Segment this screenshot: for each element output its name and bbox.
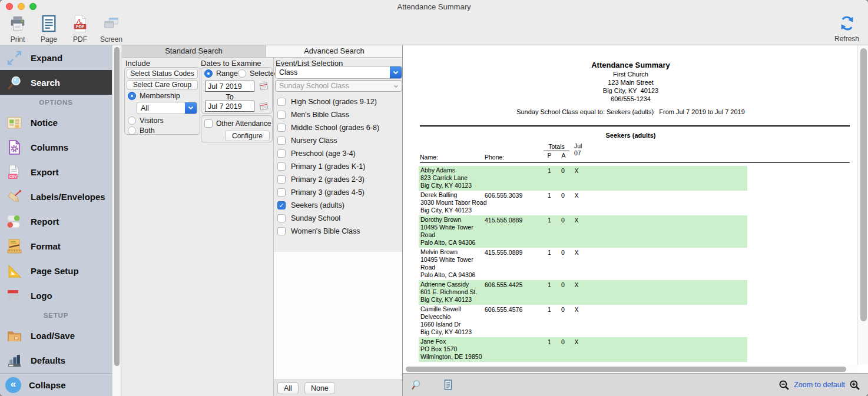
other-attendance-checkbox[interactable]: ✓ (204, 119, 213, 128)
select-none-button[interactable]: None (304, 382, 335, 394)
class-checkbox[interactable]: ✓ (277, 175, 286, 184)
pdf-button[interactable]: PDF PDF (67, 15, 93, 44)
absent-count: 0 (557, 217, 569, 224)
class-checkbox-row[interactable]: ✓ Seekers (adults) (276, 199, 400, 212)
attendee-phone: 606.555.3039 (485, 192, 522, 199)
window-title: Attendance Summary (0, 2, 868, 11)
print-button[interactable]: Print (5, 15, 31, 44)
sidebar-item-load-save[interactable]: Load/Save (0, 323, 112, 348)
sidebar-item-report[interactable]: Report (0, 209, 112, 234)
membership-radio[interactable]: Membership (128, 92, 180, 100)
class-checkbox[interactable]: ✓ (277, 137, 286, 145)
preview-vertical-scrollbar[interactable] (857, 45, 868, 365)
logo-icon (6, 288, 22, 304)
class-checkbox[interactable]: ✓ (277, 162, 286, 171)
present-count: 1 (544, 281, 555, 289)
range-radio[interactable]: Range (204, 69, 238, 78)
class-checkbox[interactable]: ✓ (277, 227, 286, 235)
select-care-group-button[interactable]: Select Care Group (127, 80, 198, 90)
preview-horizontal-scrollbar[interactable] (403, 365, 857, 373)
class-checkbox-row[interactable]: ✓ Men's Bible Class (276, 108, 400, 121)
membership-radio-control[interactable] (128, 92, 136, 100)
sidebar-item-columns[interactable]: Columns (0, 135, 112, 159)
sidebar-item-export[interactable]: CSV Export (0, 159, 112, 184)
range-radio-control[interactable] (204, 69, 213, 78)
sidebar-item-logo[interactable]: Logo (0, 283, 112, 308)
sidebar-scrollbar-thumb[interactable] (114, 47, 120, 366)
class-checkbox[interactable]: ✓ (277, 188, 286, 197)
configure-button[interactable]: Configure (225, 131, 270, 141)
class-checkbox-row[interactable]: ✓ Primary 2 (grades 2-3) (276, 173, 400, 186)
sidebar-item-search[interactable]: Search (0, 70, 112, 95)
class-checkbox-row[interactable]: ✓ Preschool (age 3-4) (276, 147, 400, 160)
present-count: 1 (544, 306, 555, 314)
date-from-input[interactable] (205, 81, 254, 92)
sidebar-item-label: Columns (31, 142, 68, 152)
class-checkbox[interactable]: ✓ (277, 98, 286, 106)
chevron-down-icon (393, 83, 402, 89)
class-checkbox[interactable]: ✓ (277, 149, 286, 158)
tab-standard-search[interactable]: Standard Search (122, 45, 266, 57)
class-checkbox-row[interactable]: ✓ Primary 1 (grades K-1) (276, 160, 400, 173)
sidebar-item-notice[interactable]: Notice (0, 110, 112, 135)
selected-radio[interactable]: Selected (238, 69, 279, 78)
sidebar-item-label: Logo (31, 291, 52, 301)
attendance-row: Camille SewellDelvecchio1660 Island DrBi… (419, 305, 747, 337)
preview-horizontal-scrollbar-thumb[interactable] (406, 367, 846, 372)
empty-selection-area (274, 252, 402, 380)
sidebar-item-expand[interactable]: Expand (0, 45, 112, 70)
date-picker-icon[interactable] (259, 82, 269, 91)
tab-advanced-search[interactable]: Advanced Search (266, 45, 402, 57)
event-type-dropdown[interactable]: Class (275, 66, 402, 79)
zoom-in-icon[interactable] (849, 380, 860, 391)
both-radio-label: Both (140, 127, 155, 135)
class-checkbox[interactable]: ✓ (277, 111, 286, 119)
screen-button[interactable]: Screen (98, 15, 124, 44)
class-checkbox-row[interactable]: ✓ Middle School (grades 6-8) (276, 121, 400, 134)
class-checkbox[interactable]: ✓ (277, 124, 286, 132)
other-attendance-group: ✓ Other Attendance Configure (201, 115, 273, 142)
present-count: 1 (544, 192, 555, 199)
sidebar-item-labels-envelopes[interactable]: Labels/Envelopes (0, 184, 112, 209)
other-attendance-checkbox-row[interactable]: ✓ Other Attendance (204, 119, 271, 128)
magnifier-tool-icon[interactable] (411, 379, 423, 391)
select-all-button[interactable]: All (277, 382, 299, 394)
refresh-button[interactable]: Refresh (831, 15, 862, 43)
preview-vertical-scrollbar-thumb[interactable] (860, 48, 867, 321)
document-view-icon[interactable] (442, 379, 454, 391)
both-radio-control[interactable] (128, 127, 136, 135)
event-subtype-dropdown[interactable]: Sunday School Class (275, 80, 402, 92)
class-checkbox-label: Preschool (age 3-4) (291, 149, 356, 158)
page-button[interactable]: Page (36, 15, 62, 44)
class-checkbox-row[interactable]: ✓ Sunday School (276, 212, 400, 225)
advanced-search-content: Include Select Status Codes Select Care … (122, 58, 402, 396)
class-checkbox[interactable]: ✓ (277, 201, 286, 209)
class-checkbox[interactable]: ✓ (277, 214, 286, 222)
visitors-radio[interactable]: Visitors (128, 117, 164, 125)
page-icon (40, 15, 58, 35)
sidebar: Expand Search OPTIONS Notice Columns CSV… (0, 45, 121, 396)
select-status-codes-button[interactable]: Select Status Codes (127, 69, 198, 79)
date-to-input[interactable] (205, 101, 254, 112)
both-radio[interactable]: Both (128, 127, 155, 135)
zoom-out-icon[interactable] (778, 380, 790, 391)
search-icon (6, 75, 22, 91)
date-picker-icon[interactable] (259, 102, 269, 111)
sidebar-scrollbar[interactable] (112, 45, 121, 396)
sidebar-item-defaults[interactable]: Defaults (0, 348, 112, 372)
sidebar-item-page-setup[interactable]: Page Setup (0, 258, 112, 283)
membership-dropdown[interactable]: All (137, 102, 197, 114)
visitors-radio-control[interactable] (128, 117, 136, 125)
zoom-to-default-link[interactable]: Zoom to default (794, 381, 845, 389)
class-checkbox-row[interactable]: ✓ Nursery Class (276, 134, 400, 147)
sidebar-item-format[interactable]: Format (0, 234, 112, 258)
sidebar-item-collapse[interactable]: « Collapse (0, 373, 112, 396)
class-checkbox-row[interactable]: ✓ Women's Bible Class (276, 225, 400, 238)
sidebar-section-setup: SETUP (0, 308, 112, 323)
attendance-row: Abby Adams823 Carrick LaneBig City, KY 4… (419, 166, 747, 191)
class-checkbox-row[interactable]: ✓ Primary 3 (grades 4-5) (276, 186, 400, 199)
selected-radio-control[interactable] (238, 69, 246, 78)
class-checkbox-row[interactable]: ✓ High School (grades 9-12) (276, 95, 400, 108)
attendee-name-address: Adrienne Cassidy601 E. Richmond St.Big C… (420, 281, 747, 304)
attendance-row: Jane FoxPO Box 1570Wilmington, DE 19850 … (419, 337, 747, 362)
